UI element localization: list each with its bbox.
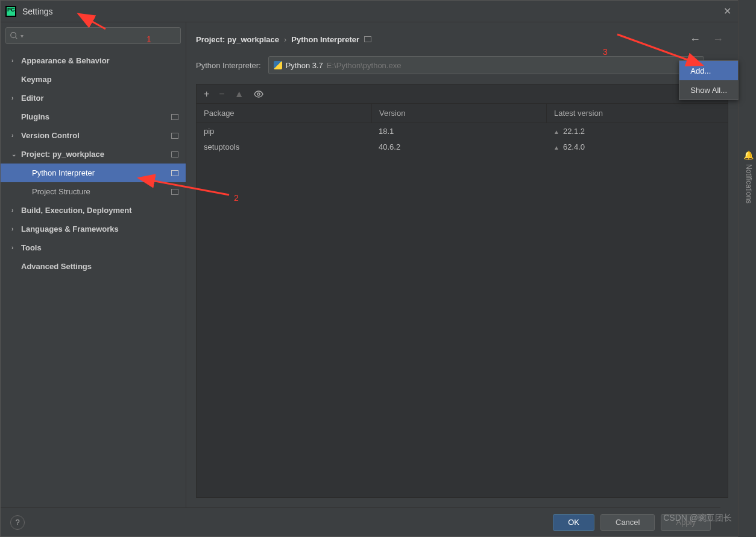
packages-header: Package Version Latest version xyxy=(197,104,728,123)
sidebar-item-label: Advanced Settings xyxy=(21,262,92,271)
menu-item-show-all[interactable]: Show All... xyxy=(679,80,738,100)
project-badge-icon xyxy=(171,170,178,176)
package-row[interactable]: pip 18.1 ▲22.1.2 xyxy=(197,123,728,139)
breadcrumb-parent[interactable]: Project: py_workplace xyxy=(196,35,279,44)
show-early-releases-button[interactable] xyxy=(254,89,263,99)
interpreter-name: Python 3.7 xyxy=(286,61,323,70)
sidebar-item-python-interpreter[interactable]: Python Interpreter xyxy=(1,164,186,182)
sidebar-item-label: Version Control xyxy=(21,131,80,140)
search-icon xyxy=(10,31,18,40)
bell-icon: 🔔 xyxy=(744,150,754,160)
python-icon xyxy=(274,61,282,69)
dialog-footer: ? OK Cancel Apply xyxy=(1,507,720,536)
interpreter-label: Python Interpreter: xyxy=(196,61,261,70)
breadcrumb-current: Python Interpreter xyxy=(291,35,359,44)
sidebar-item-label: Appearance & Behavior xyxy=(21,56,110,65)
breadcrumb-sep: › xyxy=(284,35,286,44)
project-badge-icon xyxy=(171,114,178,120)
sidebar-item-tools[interactable]: ›Tools xyxy=(1,238,186,257)
upgrade-available-icon: ▲ xyxy=(553,129,559,135)
package-version: 18.1 xyxy=(371,127,546,136)
help-button[interactable]: ? xyxy=(10,515,25,530)
interpreter-path: E:\Python\python.exe xyxy=(327,61,402,70)
cancel-button[interactable]: Cancel xyxy=(600,514,655,531)
sidebar-item-label: Plugins xyxy=(21,112,49,121)
sidebar-item-label: Build, Execution, Deployment xyxy=(21,206,131,215)
ok-button[interactable]: OK xyxy=(553,514,594,531)
package-row[interactable]: setuptools 40.6.2 ▲62.4.0 xyxy=(197,139,728,154)
sidebar-item-project[interactable]: ⌄Project: py_workplace xyxy=(1,145,186,164)
sidebar-item-advanced[interactable]: Advanced Settings xyxy=(1,257,186,276)
sidebar-item-editor[interactable]: ›Editor xyxy=(1,89,186,107)
right-gutter: 🔔 Notifications xyxy=(739,0,756,537)
package-latest: ▲22.1.2 xyxy=(546,127,728,136)
sidebar: ▾ ›Appearance & Behavior Keymap ›Editor … xyxy=(1,22,186,507)
project-badge-icon xyxy=(171,151,178,157)
eye-icon xyxy=(254,89,263,99)
nav-forward-icon[interactable]: → xyxy=(713,33,723,46)
sidebar-item-build[interactable]: ›Build, Execution, Deployment xyxy=(1,201,186,220)
interpreter-select[interactable]: Python 3.7 E:\Python\python.exe ▼ xyxy=(268,56,704,74)
sidebar-item-label: Project Structure xyxy=(32,187,90,196)
sidebar-item-label: Tools xyxy=(21,243,42,252)
titlebar: Settings ✕ xyxy=(1,1,738,22)
sidebar-item-appearance[interactable]: ›Appearance & Behavior xyxy=(1,51,186,70)
remove-package-button[interactable]: − xyxy=(219,89,224,100)
sidebar-item-keymap[interactable]: Keymap xyxy=(1,70,186,89)
column-version[interactable]: Version xyxy=(371,104,546,122)
column-package[interactable]: Package xyxy=(197,109,371,118)
sidebar-item-label: Python Interpreter xyxy=(32,168,95,177)
sidebar-item-languages[interactable]: ›Languages & Frameworks xyxy=(1,220,186,238)
sidebar-item-label: Editor xyxy=(21,94,44,103)
upgrade-available-icon: ▲ xyxy=(553,144,559,151)
project-badge-icon xyxy=(171,133,178,139)
package-version: 40.6.2 xyxy=(371,142,546,151)
svg-line-1 xyxy=(16,37,17,39)
sidebar-item-plugins[interactable]: Plugins xyxy=(1,107,186,126)
project-badge-icon xyxy=(364,36,371,42)
search-input[interactable]: ▾ xyxy=(5,27,181,44)
package-latest: ▲62.4.0 xyxy=(546,142,728,151)
notifications-tab[interactable]: 🔔 Notifications xyxy=(743,148,755,206)
menu-item-add[interactable]: Add... xyxy=(679,61,738,80)
close-button[interactable]: ✕ xyxy=(721,5,733,17)
interpreter-dropdown-menu: Add... Show All... xyxy=(679,60,739,100)
add-package-button[interactable]: + xyxy=(204,89,209,100)
sidebar-item-label: Languages & Frameworks xyxy=(21,224,119,234)
packages-panel: + − ▲ Package Version Latest version pip… xyxy=(196,84,728,498)
svg-point-0 xyxy=(11,33,16,38)
settings-tree: ›Appearance & Behavior Keymap ›Editor Pl… xyxy=(1,49,186,507)
app-icon xyxy=(5,6,16,17)
sidebar-item-label: Project: py_workplace xyxy=(21,150,104,159)
column-latest[interactable]: Latest version xyxy=(546,104,728,122)
package-name: pip xyxy=(197,127,371,136)
breadcrumb: Project: py_workplace › Python Interpret… xyxy=(196,22,728,56)
window-title: Settings xyxy=(22,7,53,16)
watermark: CSDN @豌豆团长 xyxy=(663,513,732,524)
sidebar-item-label: Keymap xyxy=(21,75,52,84)
package-name: setuptools xyxy=(197,142,371,151)
project-badge-icon xyxy=(171,189,178,195)
notifications-label: Notifications xyxy=(745,164,753,203)
nav-back-icon[interactable]: ← xyxy=(690,33,701,46)
svg-point-2 xyxy=(257,93,260,95)
upgrade-package-button[interactable]: ▲ xyxy=(235,89,244,100)
sidebar-item-vcs[interactable]: ›Version Control xyxy=(1,126,186,145)
sidebar-item-project-structure[interactable]: Project Structure xyxy=(1,182,186,201)
main-panel: Project: py_workplace › Python Interpret… xyxy=(186,22,738,507)
